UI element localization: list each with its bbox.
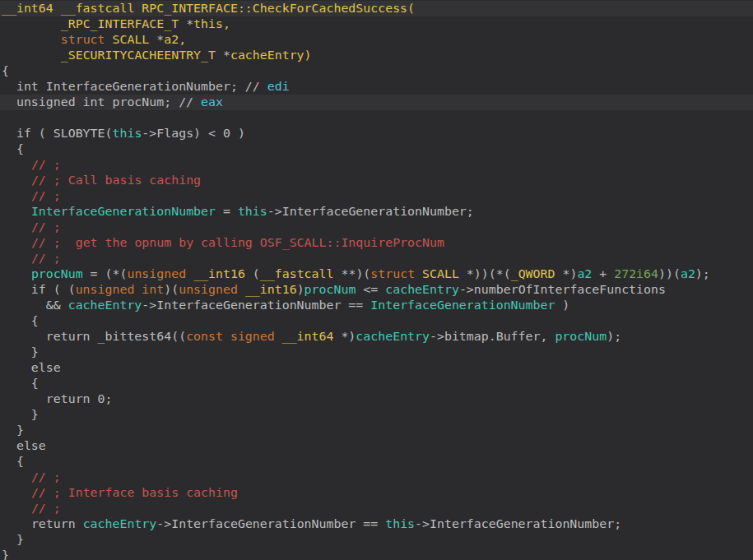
code-token: this, [193, 16, 230, 31]
code-token: return _bittest64(( [2, 329, 186, 344]
code-line-30[interactable]: { [2, 454, 753, 470]
code-line-25[interactable]: { [2, 376, 753, 391]
code-token: ); [607, 329, 621, 344]
code-token [2, 16, 61, 31]
code-token [2, 470, 31, 484]
code-line-23[interactable]: } [2, 345, 753, 360]
code-token: { [2, 313, 39, 328]
code-token: return [31, 516, 83, 531]
code-token: ); [695, 266, 710, 281]
code-line-20[interactable]: && cacheEntry->InterfaceGenerationNumber… [2, 298, 753, 313]
code-token: } [2, 423, 24, 437]
code-line-24[interactable]: else [2, 360, 753, 376]
code-line-7[interactable]: unsigned int procNum; // eax [0, 95, 753, 110]
code-token: ))( [658, 266, 681, 281]
code-line-28[interactable]: } [2, 423, 753, 438]
code-line-18[interactable]: procNum = (*(unsigned __int16 (__fastcal… [2, 266, 753, 282]
code-line-9[interactable]: if ( SLOBYTE(this->Flags) < 0 ) [2, 126, 753, 141]
code-token: = (*( [83, 266, 128, 281]
code-token: ->numberOfInterfaceFunctions [459, 282, 666, 297]
code-line-6[interactable]: int InterfaceGenerationNumber; // edi [2, 79, 753, 95]
code-line-34[interactable]: return cacheEntry->InterfaceGenerationNu… [2, 516, 753, 532]
code-line-29[interactable]: else [2, 438, 753, 454]
code-token: SCALL [422, 266, 459, 281]
code-line-17[interactable]: // ; [2, 251, 753, 266]
code-line-21[interactable]: { [2, 313, 753, 329]
code-line-3[interactable]: struct SCALL *a2, [2, 32, 753, 48]
code-token: InterfaceGenerationNumber [370, 298, 555, 312]
code-line-2[interactable]: _RPC_INTERFACE_T *this, [2, 16, 753, 32]
code-token: **)( [333, 266, 370, 281]
code-token: a2 [577, 266, 592, 281]
code-token: a2 [681, 266, 695, 281]
code-token: * [223, 48, 230, 62]
code-token: // ; Call basis caching [31, 173, 201, 187]
code-token: { [2, 141, 24, 156]
code-token: ->bitmap.Buffer, [430, 329, 555, 344]
code-token [2, 485, 31, 500]
code-token: _RPC_INTERFACE_T [61, 16, 186, 31]
code-line-14[interactable]: InterfaceGenerationNumber = this->Interf… [2, 204, 753, 220]
code-line-1[interactable]: __int64 __fastcall RPC_INTERFACE::CheckF… [0, 1, 753, 16]
code-token: } [2, 407, 39, 422]
code-token: cacheEntry [385, 282, 459, 297]
code-token: this [238, 204, 267, 219]
code-token: cacheEntry) [230, 48, 312, 62]
code-line-27[interactable]: } [2, 407, 753, 423]
code-line-11[interactable]: // ; [2, 157, 753, 173]
code-line-5[interactable]: { [2, 63, 753, 79]
code-token: *) [333, 329, 356, 344]
code-token: unsigned int procNum; // [2, 95, 201, 109]
code-token: procNum [304, 282, 356, 297]
code-token: // ; [31, 220, 61, 234]
code-token [2, 48, 61, 62]
code-token: cacheEntry [83, 516, 157, 531]
code-token: ->InterfaceGenerationNumber; [415, 516, 621, 531]
code-token [2, 251, 31, 266]
code-line-33[interactable]: // ; [2, 501, 753, 516]
code-token: return 0; [2, 391, 112, 406]
code-line-22[interactable]: return _bittest64((const signed __int64 … [2, 329, 753, 345]
code-token [2, 501, 31, 516]
code-line-10[interactable]: { [2, 141, 753, 157]
code-token: procNum [31, 266, 83, 281]
code-line-4[interactable]: _SECURITYCACHEENTRY_T *cacheEntry) [2, 48, 753, 63]
code-line-36[interactable]: } [2, 548, 753, 560]
code-token: cacheEntry [356, 329, 430, 344]
code-token: *))(*( [459, 266, 511, 281]
code-line-15[interactable]: // ; [2, 220, 753, 235]
code-token: ->InterfaceGenerationNumber == [142, 298, 370, 312]
decompiler-pseudocode-view: __int64 __fastcall RPC_INTERFACE::CheckF… [0, 0, 753, 560]
code-token: else [2, 438, 46, 453]
code-token: * [186, 16, 193, 31]
code-token: + [592, 266, 614, 281]
code-line-12[interactable]: // ; Call basis caching [2, 173, 753, 188]
code-token: a2, [164, 32, 186, 47]
code-token: ->InterfaceGenerationNumber; [267, 204, 474, 219]
code-token: cacheEntry [68, 298, 142, 312]
code-token: // ; [31, 157, 61, 172]
code-token: )( [164, 282, 179, 297]
code-token: __int64 __fastcall RPC_INTERFACE::CheckF… [2, 1, 415, 16]
code-line-26[interactable]: return 0; [2, 391, 753, 407]
code-token: = [216, 204, 238, 219]
code-line-31[interactable]: // ; [2, 470, 753, 485]
code-token: ) [555, 298, 569, 312]
code-token: { [2, 376, 39, 391]
code-token: // ; get the opnum by calling OSF_SCALL:… [31, 235, 444, 250]
code-token: unsigned int [76, 282, 165, 297]
code-token: ->Flags) < 0 ) [142, 126, 245, 141]
code-token: int InterfaceGenerationNumber; // [2, 79, 267, 94]
code-token [2, 516, 31, 531]
code-line-13[interactable]: // ; [2, 188, 753, 204]
code-line-32[interactable]: // ; Interface basis caching [2, 485, 753, 501]
code-token: unsigned [179, 282, 245, 297]
code-line-16[interactable]: // ; get the opnum by calling OSF_SCALL:… [2, 235, 753, 251]
code-line-8[interactable] [2, 110, 753, 126]
code-line-35[interactable]: } [2, 532, 753, 548]
code-line-19[interactable]: if ( (unsigned int)(unsigned __int16)pro… [2, 282, 753, 298]
code-token: _SECURITYCACHEENTRY_T [61, 48, 223, 62]
code-token: const signed [186, 329, 282, 344]
code-token: unsigned [127, 266, 193, 281]
code-token: } [2, 548, 9, 560]
